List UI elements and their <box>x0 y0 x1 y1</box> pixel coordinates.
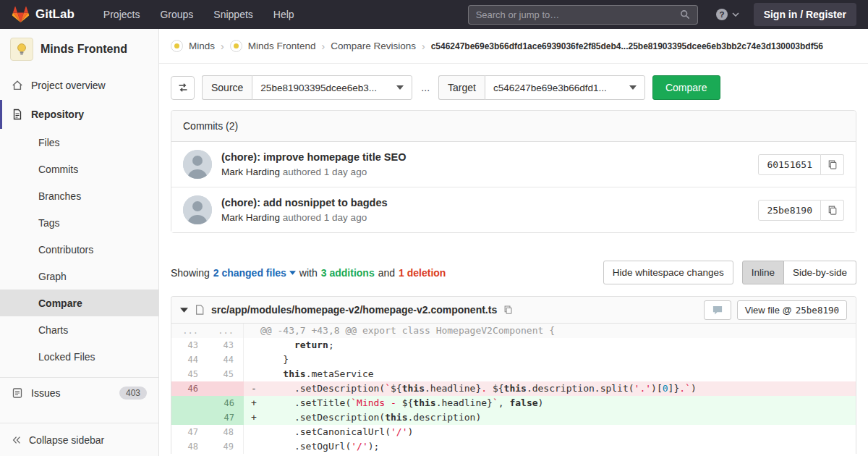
breadcrumb-project-link[interactable]: Minds Frontend <box>248 41 316 51</box>
file-icon <box>195 304 205 316</box>
inline-view-button[interactable]: Inline <box>742 261 784 284</box>
diff-marker: - <box>251 381 260 396</box>
commit-row: (chore): add nosnippet to bagdes Mark Ha… <box>171 187 856 232</box>
new-line-number[interactable]: 49 <box>208 439 244 454</box>
navbar-item-help[interactable]: Help <box>273 9 294 20</box>
commit-author-link[interactable]: Mark Harding <box>221 166 280 177</box>
old-line-number[interactable]: 44 <box>171 352 208 367</box>
view-file-label: View file @ <box>745 305 792 316</box>
sidebar-item-issues[interactable]: Issues 403 <box>0 378 158 408</box>
collapse-sidebar-button[interactable]: Collapse sidebar <box>0 423 158 456</box>
target-group: Target c546247be69e3b66dfd1... <box>438 75 645 100</box>
navbar-item-snippets[interactable]: Snippets <box>213 9 252 20</box>
sidebar-subitem-graph[interactable]: Graph <box>0 263 158 290</box>
deletions-count: 1 deletion <box>399 267 446 279</box>
gitlab-logo[interactable]: GitLab <box>12 6 75 23</box>
breadcrumb-group-link[interactable]: Minds <box>189 41 215 51</box>
sidebar-subitem-compare[interactable]: Compare <box>0 290 158 316</box>
swap-revisions-button[interactable] <box>171 76 195 100</box>
double-chevron-left-icon <box>12 435 22 445</box>
copy-sha-button[interactable] <box>821 200 844 221</box>
old-line-number[interactable]: 46 <box>171 381 208 396</box>
sidebar-nav: Project overview Repository FilesCommits… <box>0 71 158 408</box>
sidebar-subitem-branches[interactable]: Branches <box>0 182 158 209</box>
breadcrumb-compare-link[interactable]: Compare Revisions <box>331 41 416 51</box>
old-line-number[interactable]: 45 <box>171 367 208 381</box>
clipboard-icon <box>827 159 838 170</box>
new-line-number[interactable]: 46 <box>208 396 244 410</box>
diff-line: ......@@ -43,7 +43,8 @@ export class Hom… <box>171 324 856 338</box>
person-silhouette-icon <box>183 195 212 224</box>
diff-line: 47+ .setDescription(this.description) <box>171 410 856 425</box>
chevron-down-icon <box>732 12 739 17</box>
commit-sha-group: 60151651 <box>758 154 844 175</box>
old-line-number[interactable]: 48 <box>171 439 208 454</box>
old-line-number[interactable] <box>171 410 208 425</box>
code-cell: } <box>244 352 856 367</box>
search-input[interactable] <box>476 9 680 20</box>
new-line-number[interactable]: 44 <box>208 352 244 367</box>
view-file-sha: 25be8190 <box>796 305 839 316</box>
commit-author-avatar[interactable] <box>183 150 212 179</box>
view-file-button[interactable]: View file @ 25be8190 <box>737 300 847 320</box>
breadcrumb-separator: › <box>422 41 425 52</box>
commit-texts: (chore): improve homepage title SEO Mark… <box>221 151 406 177</box>
sign-in-button[interactable]: Sign in / Register <box>754 3 856 26</box>
commits-panel-header: Commits (2) <box>171 111 856 142</box>
caret-down-icon <box>289 271 296 275</box>
range-separator: ... <box>421 82 430 93</box>
new-line-number[interactable]: ... <box>208 324 244 338</box>
old-line-number[interactable] <box>171 396 208 410</box>
commit-sha-link[interactable]: 60151651 <box>758 154 821 175</box>
sidebar-item-repository[interactable]: Repository <box>0 100 158 129</box>
old-line-number[interactable]: 47 <box>171 425 208 439</box>
copy-sha-button[interactable] <box>821 154 844 175</box>
old-line-number[interactable]: 43 <box>171 338 208 352</box>
project-title: Minds Frontend <box>41 43 127 56</box>
sidebar-subitem-files[interactable]: Files <box>0 129 158 156</box>
source-ref-dropdown[interactable]: 25be81903395dcee6eb3... <box>252 75 412 100</box>
changed-files-dropdown[interactable]: 2 changed files <box>213 267 296 279</box>
diff-file-path[interactable]: src/app/modules/homepage-v2/homepage-v2.… <box>211 304 497 316</box>
commit-sha-link[interactable]: 25be8190 <box>758 200 821 221</box>
side-by-side-view-button[interactable]: Side-by-side <box>784 261 856 284</box>
commit-title-link[interactable]: (chore): add nosnippet to bagdes <box>221 197 388 208</box>
code-cell: @@ -43,7 +43,8 @@ export class HomepageV… <box>244 324 856 338</box>
commit-title-link[interactable]: (chore): improve homepage title SEO <box>221 151 406 163</box>
sidebar-item-label: Project overview <box>31 80 106 91</box>
source-label: Source <box>202 75 252 100</box>
navbar-item-groups[interactable]: Groups <box>160 9 193 20</box>
sidebar-item-project-overview[interactable]: Project overview <box>0 71 158 100</box>
project-context-header[interactable]: Minds Frontend <box>0 29 158 71</box>
collapse-sidebar-label: Collapse sidebar <box>29 434 104 446</box>
sidebar-subitem-locked-files[interactable]: Locked Files <box>0 343 158 370</box>
diff-line: 46+ .setTitle(`Minds - ${this.headline}`… <box>171 396 856 410</box>
navbar-item-projects[interactable]: Projects <box>103 9 140 20</box>
sidebar-subitem-commits[interactable]: Commits <box>0 156 158 182</box>
target-ref-value: c546247be69e3b66dfd1... <box>493 83 624 93</box>
sidebar-item-label: Repository <box>31 109 84 120</box>
sidebar-subitem-contributors[interactable]: Contributors <box>0 236 158 263</box>
source-group: Source 25be81903395dcee6eb3... <box>202 75 412 100</box>
old-line-number[interactable]: ... <box>171 324 208 338</box>
collapse-caret-icon[interactable] <box>180 308 188 313</box>
diff-line: 4748 .setCanonicalUrl('/') <box>171 425 856 439</box>
hide-whitespace-button[interactable]: Hide whitespace changes <box>603 261 733 284</box>
new-line-number[interactable]: 43 <box>208 338 244 352</box>
commit-author-avatar[interactable] <box>183 195 212 224</box>
new-line-number[interactable]: 45 <box>208 367 244 381</box>
code-cell: + .setTitle(`Minds - ${this.headline}`, … <box>244 396 856 410</box>
commit-author-link[interactable]: Mark Harding <box>221 212 280 223</box>
toggle-comments-button[interactable] <box>704 300 731 320</box>
additions-count: 3 additions <box>321 267 375 279</box>
help-dropdown[interactable]: ? <box>715 8 739 21</box>
new-line-number[interactable]: 48 <box>208 425 244 439</box>
code-cell: .setCanonicalUrl('/') <box>244 425 856 439</box>
sidebar-subitem-tags[interactable]: Tags <box>0 209 158 236</box>
copy-path-icon[interactable] <box>503 305 513 315</box>
compare-button[interactable]: Compare <box>652 75 720 100</box>
target-ref-dropdown[interactable]: c546247be69e3b66dfd1... <box>485 75 645 100</box>
new-line-number[interactable]: 47 <box>208 410 244 425</box>
new-line-number[interactable] <box>208 381 244 396</box>
sidebar-subitem-charts[interactable]: Charts <box>0 316 158 343</box>
